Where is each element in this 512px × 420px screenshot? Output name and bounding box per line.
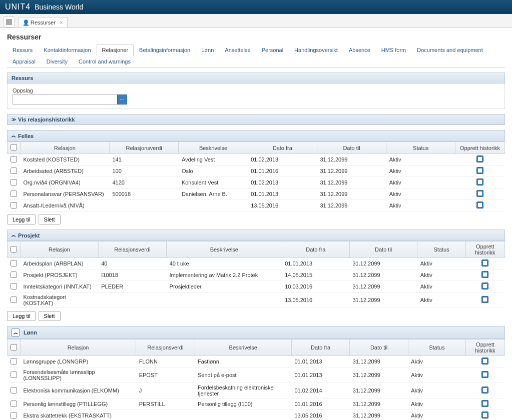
subtab-l-nn[interactable]: Lønn [196,44,219,56]
col-header[interactable]: Beskrivelse [167,242,282,258]
table-row[interactable]: Arbeidsplan (ARBPLAN)4040 t uke01.01.201… [8,258,505,270]
row-checkbox[interactable] [11,260,17,266]
table-row[interactable]: Prosjekt (PROSJEKT)I10018Implementering … [8,270,505,281]
history-icon[interactable] [481,358,488,364]
delete-button[interactable]: Slett [39,311,61,321]
lonn-section-header[interactable]: ︽ Lønn [7,326,505,339]
table-row[interactable]: Ekstra skattetrekk (EKSTRASKATT)13.05.20… [8,410,505,420]
history-icon[interactable] [481,400,488,407]
row-checkbox[interactable] [11,168,17,174]
row-checkbox[interactable] [11,412,17,418]
col-header[interactable]: Opprett historikk [455,142,505,154]
col-header[interactable]: Status [386,142,455,154]
history-icon[interactable] [476,167,483,174]
row-checkbox[interactable] [11,296,17,303]
subtab-control-and-warnings[interactable]: Control and warnings [73,56,136,67]
table-row[interactable]: Elektronisk kommunikasjon (ELKOMM)JForde… [8,383,505,398]
table-row[interactable]: Koststed (KOSTSTED)141Avdeling Vest01.02… [8,154,505,166]
svg-rect-0 [6,20,12,20]
history-icon[interactable] [481,412,488,418]
lookup-button[interactable] [117,94,127,104]
select-all-checkbox[interactable] [11,344,17,350]
row-checkbox[interactable] [11,156,17,162]
subtab-diversity[interactable]: Diversity [41,56,73,67]
window-tab-ressurser[interactable]: 👤 Ressurser × [18,17,68,28]
col-header[interactable]: Status [417,242,465,258]
table-row[interactable]: Org.nviå4 (ORGNIVA4)4120Konsulent Vest01… [8,177,505,188]
subtab-betalingsinformasjon[interactable]: Betalingsinformasjon [134,44,196,56]
col-header[interactable]: Dato til [349,242,417,258]
subtab-kontaktinformasjon[interactable]: Kontaktinformasjon [38,44,96,56]
history-icon[interactable] [476,178,483,186]
col-header[interactable]: Dato til [350,340,408,356]
history-icon[interactable] [476,202,483,208]
col-header[interactable]: Dato til [317,142,386,154]
table-row[interactable]: Personalansvar (PERSANSVAR)500018Daniels… [8,188,505,200]
subtab-handlingsoversikt[interactable]: Handlingsoversikt [289,44,343,56]
col-header[interactable]: Relasjon [21,142,110,154]
col-header[interactable]: Relasjonsverdi [98,242,166,258]
col-header[interactable]: Opprett historikk [465,242,504,258]
table-row[interactable]: Lønnsgruppe (LONNGRP)FLONNFastlønn01.01.… [8,356,505,368]
col-header[interactable]: Dato fra [282,242,349,258]
table-row[interactable]: Arbeidssted (ARBSTED)100Oslo01.01.201631… [8,166,505,177]
history-icon[interactable] [481,271,488,278]
main-menu-button[interactable] [3,16,15,28]
row-checkbox[interactable] [11,190,17,197]
table-row[interactable]: Kostnadskategori (KOST.KAT)13.05.201631.… [8,292,505,308]
col-header[interactable]: Relasjonsverdi [109,142,178,154]
row-checkbox[interactable] [11,202,17,208]
subtab-documents-and-equipment[interactable]: Documents and equipment [411,44,488,56]
table-row[interactable]: Forsendelsesmåte lønnsslipp (LONNSSLIPP)… [8,368,505,383]
col-header[interactable]: Relasjonsverdi [136,340,195,356]
subtab-ansettelse[interactable]: Ansettelse [219,44,256,56]
row-checkbox[interactable] [11,400,17,407]
ressurs-section-header[interactable]: Ressurs [7,72,505,84]
col-header[interactable]: Beskrivelse [179,142,248,154]
col-header[interactable]: Dato fra [248,142,317,154]
row-checkbox[interactable] [11,179,17,186]
history-section-header[interactable]: ≫ Vis relasjonshistorikk [7,114,505,125]
cell-dato-fra: 01.01.2013 [282,258,349,270]
history-icon[interactable] [476,156,483,162]
select-all-checkbox[interactable] [11,246,17,252]
history-icon[interactable] [481,386,488,394]
history-icon[interactable] [481,282,488,290]
add-button[interactable]: Legg til [7,311,36,321]
cell-relasjonsverdi: 141 [109,154,178,166]
select-all-checkbox[interactable] [11,144,17,150]
row-checkbox[interactable] [11,272,17,278]
col-header[interactable]: Opprett historikk [465,340,504,356]
table-row[interactable]: Ansatt-/Ledernivå (NIVÅ)13.05.201631.12.… [8,200,505,212]
table-row[interactable]: Inntektskategori (INNT.KAT)PLEDERProsjek… [8,281,505,292]
row-checkbox[interactable] [11,387,17,394]
subtab-personal[interactable]: Personal [256,44,289,56]
close-icon[interactable]: × [60,20,63,26]
history-icon[interactable] [481,371,488,378]
row-checkbox[interactable] [11,358,17,364]
subtab-absence[interactable]: Absence [343,44,376,56]
subtab-relasjoner[interactable]: Relasjoner [97,44,134,56]
cell-relasjon: Arbeidssted (ARBSTED) [21,166,110,177]
col-header[interactable]: Relasjon [21,242,99,258]
felles-section-header[interactable]: ︽ Felles [7,130,505,142]
table-row[interactable]: Personlig lønnstillegg (PTILLEGG)PERSTIL… [8,398,505,410]
subtab-appraisal[interactable]: Appraisal [7,56,41,67]
history-icon[interactable] [481,296,488,303]
row-checkbox[interactable] [11,283,17,290]
col-header[interactable]: Beskrivelse [195,340,291,356]
col-header[interactable]: Status [408,340,465,356]
row-checkbox[interactable] [11,372,17,378]
col-header[interactable]: Dato fra [291,340,349,356]
cell-dato-til: 31.12.2099 [350,398,408,410]
history-icon[interactable] [476,190,483,197]
prosjekt-section-header[interactable]: ︽ Prosjekt [7,230,505,241]
history-icon[interactable] [481,260,488,266]
collapse-toggle-icon[interactable]: ︽ [12,328,20,336]
delete-button[interactable]: Slett [39,214,61,224]
subtab-ressurs[interactable]: Ressurs [7,44,38,56]
oppslag-input[interactable] [13,94,118,104]
add-button[interactable]: Legg til [7,214,36,224]
col-header[interactable]: Relasjon [21,340,136,356]
subtab-hms-form[interactable]: HMS form [376,44,412,56]
